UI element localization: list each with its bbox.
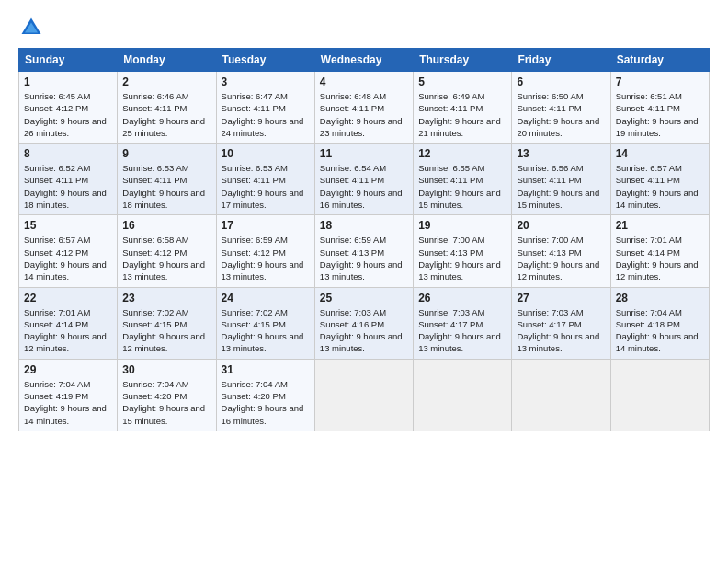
calendar-cell: 30Sunrise: 7:04 AMSunset: 4:20 PMDayligh…	[118, 359, 216, 431]
day-number: 1	[24, 75, 112, 88]
day-number: 17	[222, 219, 310, 232]
day-number: 6	[517, 75, 605, 88]
day-info: Sunrise: 7:04 AMSunset: 4:20 PMDaylight:…	[122, 378, 210, 427]
calendar-cell	[314, 359, 413, 431]
calendar-cell: 20Sunrise: 7:00 AMSunset: 4:13 PMDayligh…	[512, 215, 610, 287]
calendar-cell: 28Sunrise: 7:04 AMSunset: 4:18 PMDayligh…	[610, 287, 709, 359]
col-header-sunday: Sunday	[19, 49, 118, 72]
day-number: 14	[616, 147, 704, 160]
calendar-cell: 27Sunrise: 7:03 AMSunset: 4:17 PMDayligh…	[512, 287, 610, 359]
logo-icon	[18, 15, 44, 40]
day-info: Sunrise: 7:02 AMSunset: 4:15 PMDaylight:…	[222, 306, 310, 355]
col-header-saturday: Saturday	[610, 49, 709, 72]
day-number: 24	[222, 292, 310, 304]
day-info: Sunrise: 6:49 AMSunset: 4:11 PMDaylight:…	[418, 90, 506, 139]
day-info: Sunrise: 6:47 AMSunset: 4:11 PMDaylight:…	[222, 90, 310, 139]
day-number: 25	[320, 292, 408, 304]
calendar-cell: 5Sunrise: 6:49 AMSunset: 4:11 PMDaylight…	[414, 72, 512, 144]
day-number: 11	[320, 147, 408, 160]
calendar-cell: 21Sunrise: 7:01 AMSunset: 4:14 PMDayligh…	[610, 215, 709, 287]
day-number: 2	[122, 75, 210, 88]
week-row-4: 29Sunrise: 7:04 AMSunset: 4:19 PMDayligh…	[19, 359, 710, 431]
day-info: Sunrise: 7:04 AMSunset: 4:19 PMDaylight:…	[24, 378, 112, 427]
day-info: Sunrise: 7:00 AMSunset: 4:13 PMDaylight:…	[517, 234, 605, 282]
col-header-thursday: Thursday	[414, 49, 512, 72]
week-row-3: 22Sunrise: 7:01 AMSunset: 4:14 PMDayligh…	[19, 287, 710, 359]
header	[18, 15, 710, 40]
col-header-tuesday: Tuesday	[216, 49, 314, 72]
calendar-cell: 19Sunrise: 7:00 AMSunset: 4:13 PMDayligh…	[414, 215, 512, 287]
day-info: Sunrise: 6:56 AMSunset: 4:11 PMDaylight:…	[517, 162, 605, 211]
day-info: Sunrise: 6:57 AMSunset: 4:12 PMDaylight:…	[24, 234, 112, 282]
calendar-cell: 3Sunrise: 6:47 AMSunset: 4:11 PMDaylight…	[216, 72, 314, 144]
day-number: 19	[418, 219, 506, 232]
day-number: 26	[418, 292, 506, 304]
day-number: 7	[616, 75, 704, 88]
day-info: Sunrise: 6:57 AMSunset: 4:11 PMDaylight:…	[616, 162, 704, 211]
col-header-wednesday: Wednesday	[314, 49, 413, 72]
calendar-cell	[512, 359, 610, 431]
page: SundayMondayTuesdayWednesdayThursdayFrid…	[0, 0, 728, 563]
day-info: Sunrise: 7:04 AMSunset: 4:18 PMDaylight:…	[616, 306, 704, 355]
calendar-cell: 1Sunrise: 6:45 AMSunset: 4:12 PMDaylight…	[19, 72, 118, 144]
calendar-cell: 26Sunrise: 7:03 AMSunset: 4:17 PMDayligh…	[414, 287, 512, 359]
calendar-cell: 24Sunrise: 7:02 AMSunset: 4:15 PMDayligh…	[216, 287, 314, 359]
day-number: 21	[616, 219, 704, 232]
day-info: Sunrise: 6:52 AMSunset: 4:11 PMDaylight:…	[24, 162, 112, 211]
day-info: Sunrise: 6:59 AMSunset: 4:12 PMDaylight:…	[222, 234, 310, 282]
day-number: 4	[320, 75, 408, 88]
calendar-cell: 22Sunrise: 7:01 AMSunset: 4:14 PMDayligh…	[19, 287, 118, 359]
calendar-cell: 4Sunrise: 6:48 AMSunset: 4:11 PMDaylight…	[314, 72, 413, 144]
calendar-cell	[414, 359, 512, 431]
day-number: 9	[122, 147, 210, 160]
day-number: 18	[320, 219, 408, 232]
day-number: 12	[418, 147, 506, 160]
day-info: Sunrise: 7:03 AMSunset: 4:17 PMDaylight:…	[418, 306, 506, 355]
calendar-cell	[610, 359, 709, 431]
day-info: Sunrise: 6:46 AMSunset: 4:11 PMDaylight:…	[122, 90, 210, 139]
day-info: Sunrise: 7:01 AMSunset: 4:14 PMDaylight:…	[616, 234, 704, 282]
day-number: 20	[517, 219, 605, 232]
day-number: 27	[517, 292, 605, 304]
calendar-cell: 10Sunrise: 6:53 AMSunset: 4:11 PMDayligh…	[216, 144, 314, 215]
calendar-cell: 31Sunrise: 7:04 AMSunset: 4:20 PMDayligh…	[216, 359, 314, 431]
day-info: Sunrise: 7:00 AMSunset: 4:13 PMDaylight:…	[418, 234, 506, 282]
day-number: 15	[24, 219, 112, 232]
day-number: 8	[24, 147, 112, 160]
day-info: Sunrise: 7:03 AMSunset: 4:17 PMDaylight:…	[517, 306, 605, 355]
week-row-1: 8Sunrise: 6:52 AMSunset: 4:11 PMDaylight…	[19, 144, 710, 215]
calendar-cell: 12Sunrise: 6:55 AMSunset: 4:11 PMDayligh…	[414, 144, 512, 215]
calendar-cell: 6Sunrise: 6:50 AMSunset: 4:11 PMDaylight…	[512, 72, 610, 144]
day-info: Sunrise: 6:59 AMSunset: 4:13 PMDaylight:…	[320, 234, 408, 282]
day-number: 30	[122, 363, 210, 376]
day-info: Sunrise: 6:45 AMSunset: 4:12 PMDaylight:…	[24, 90, 112, 139]
day-number: 13	[517, 147, 605, 160]
day-number: 5	[418, 75, 506, 88]
calendar-cell: 17Sunrise: 6:59 AMSunset: 4:12 PMDayligh…	[216, 215, 314, 287]
header-row: SundayMondayTuesdayWednesdayThursdayFrid…	[19, 49, 710, 72]
day-info: Sunrise: 7:02 AMSunset: 4:15 PMDaylight:…	[122, 306, 210, 355]
day-info: Sunrise: 6:55 AMSunset: 4:11 PMDaylight:…	[418, 162, 506, 211]
day-info: Sunrise: 6:53 AMSunset: 4:11 PMDaylight:…	[222, 162, 310, 211]
day-info: Sunrise: 6:50 AMSunset: 4:11 PMDaylight:…	[517, 90, 605, 139]
calendar-cell: 15Sunrise: 6:57 AMSunset: 4:12 PMDayligh…	[19, 215, 118, 287]
calendar-cell: 9Sunrise: 6:53 AMSunset: 4:11 PMDaylight…	[118, 144, 216, 215]
calendar-cell: 7Sunrise: 6:51 AMSunset: 4:11 PMDaylight…	[610, 72, 709, 144]
day-info: Sunrise: 7:03 AMSunset: 4:16 PMDaylight:…	[320, 306, 408, 355]
day-info: Sunrise: 7:01 AMSunset: 4:14 PMDaylight:…	[24, 306, 112, 355]
calendar-cell: 2Sunrise: 6:46 AMSunset: 4:11 PMDaylight…	[118, 72, 216, 144]
day-number: 31	[222, 363, 310, 376]
calendar-cell: 14Sunrise: 6:57 AMSunset: 4:11 PMDayligh…	[610, 144, 709, 215]
day-number: 10	[222, 147, 310, 160]
day-info: Sunrise: 6:54 AMSunset: 4:11 PMDaylight:…	[320, 162, 408, 211]
day-info: Sunrise: 6:51 AMSunset: 4:11 PMDaylight:…	[616, 90, 704, 139]
day-info: Sunrise: 7:04 AMSunset: 4:20 PMDaylight:…	[222, 378, 310, 427]
day-info: Sunrise: 6:48 AMSunset: 4:11 PMDaylight:…	[320, 90, 408, 139]
day-info: Sunrise: 6:53 AMSunset: 4:11 PMDaylight:…	[122, 162, 210, 211]
calendar-cell: 11Sunrise: 6:54 AMSunset: 4:11 PMDayligh…	[314, 144, 413, 215]
calendar-cell: 16Sunrise: 6:58 AMSunset: 4:12 PMDayligh…	[118, 215, 216, 287]
col-header-monday: Monday	[118, 49, 216, 72]
col-header-friday: Friday	[512, 49, 610, 72]
week-row-0: 1Sunrise: 6:45 AMSunset: 4:12 PMDaylight…	[19, 72, 710, 144]
day-info: Sunrise: 6:58 AMSunset: 4:12 PMDaylight:…	[122, 234, 210, 282]
